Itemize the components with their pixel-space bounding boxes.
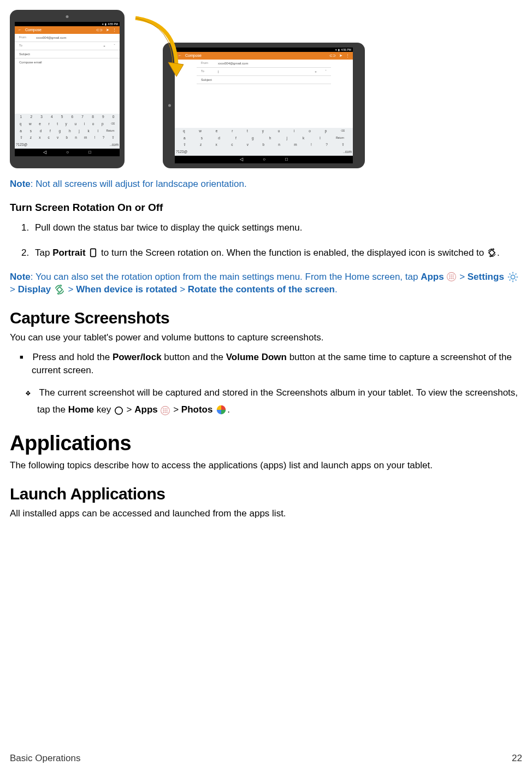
heading-applications: Applications bbox=[10, 429, 522, 457]
kbd-num-row: 1234567890 bbox=[15, 114, 120, 121]
recent-nav-icon: □ bbox=[88, 150, 91, 156]
note-settings-path: Note: You can also set the rotation opti… bbox=[10, 271, 522, 296]
svg-point-6 bbox=[450, 275, 451, 276]
svg-point-33 bbox=[165, 410, 166, 411]
footer-page-number: 22 bbox=[512, 752, 522, 765]
svg-marker-25 bbox=[61, 284, 62, 287]
svg-marker-4 bbox=[489, 255, 490, 258]
svg-rect-24 bbox=[57, 287, 62, 292]
tablet-portrait: ▾▮4:55 PM ← Compose ⊂⊃ ➤ ⋮ Fromxxxx004@g… bbox=[10, 10, 125, 168]
home-key-icon bbox=[114, 404, 124, 415]
capture-step: Press and hold the Power/lock button and… bbox=[32, 351, 522, 378]
svg-line-21 bbox=[515, 279, 516, 280]
heading-launch-applications: Launch Applications bbox=[10, 483, 522, 505]
applications-intro: The following topics describe how to acc… bbox=[10, 460, 522, 472]
svg-marker-26 bbox=[57, 292, 58, 295]
svg-point-9 bbox=[450, 276, 451, 278]
screenshot-illustration: ▾▮4:55 PM ← Compose ⊂⊃ ➤ ⋮ Fromxxxx004@g… bbox=[10, 10, 522, 168]
svg-point-32 bbox=[163, 410, 164, 411]
status-time: 4:55 PM bbox=[108, 22, 118, 26]
svg-point-29 bbox=[163, 409, 164, 410]
capture-sublist: The current screenshot will be captured … bbox=[26, 384, 522, 419]
svg-marker-0 bbox=[168, 62, 184, 76]
svg-point-31 bbox=[167, 409, 168, 410]
appbar-title: Compose bbox=[25, 27, 42, 32]
svg-marker-3 bbox=[493, 248, 494, 251]
svg-line-20 bbox=[509, 273, 510, 274]
home-nav-icon: ○ bbox=[66, 150, 69, 156]
svg-point-27 bbox=[115, 407, 122, 414]
svg-point-36 bbox=[165, 412, 166, 413]
portrait-lock-icon bbox=[88, 248, 98, 258]
svg-point-12 bbox=[450, 278, 451, 279]
footer-section: Basic Operations bbox=[10, 752, 80, 765]
svg-point-35 bbox=[163, 412, 164, 413]
heading-turn-rotation: Turn Screen Rotation On or Off bbox=[10, 201, 522, 215]
apps-icon bbox=[446, 272, 457, 282]
svg-point-14 bbox=[453, 278, 454, 279]
svg-line-23 bbox=[515, 273, 516, 274]
auto-rotate-icon bbox=[487, 248, 497, 258]
photos-pinwheel-icon bbox=[215, 404, 227, 416]
note-orientation: Note: Not all screens will adjust for la… bbox=[10, 178, 522, 191]
back-nav-icon: ◁ bbox=[43, 150, 46, 156]
page-footer: Basic Operations 22 bbox=[10, 752, 522, 765]
settings-gear-icon bbox=[507, 271, 519, 283]
capture-storage-note: The current screenshot will be captured … bbox=[37, 384, 522, 419]
attach-icon: ⊂⊃ bbox=[96, 27, 103, 32]
svg-point-10 bbox=[451, 276, 452, 278]
svg-point-15 bbox=[511, 275, 515, 279]
svg-rect-2 bbox=[489, 250, 495, 256]
apps-icon bbox=[160, 404, 170, 415]
svg-point-8 bbox=[453, 275, 454, 276]
svg-point-13 bbox=[451, 278, 452, 279]
send-icon: ➤ bbox=[106, 27, 109, 32]
svg-line-22 bbox=[509, 279, 510, 280]
svg-point-30 bbox=[165, 409, 166, 410]
heading-capture-screenshots: Capture Screenshots bbox=[10, 307, 522, 329]
capture-list: Press and hold the Power/lock button and… bbox=[21, 351, 522, 378]
step-1: Pull down the status bar twice to displa… bbox=[32, 220, 522, 236]
tablet-landscape: ▾▮4:56 PM ← Compose ⊂⊃➤⋮ Fromxxxx004@gma… bbox=[163, 43, 365, 168]
svg-point-11 bbox=[453, 276, 454, 278]
back-icon: ← bbox=[18, 27, 22, 32]
svg-point-7 bbox=[451, 275, 452, 276]
rotation-arrow-icon bbox=[125, 15, 190, 78]
svg-point-37 bbox=[167, 412, 168, 413]
rotation-steps-list: Pull down the status bar twice to displa… bbox=[21, 220, 522, 262]
capture-intro: You can use your tablet's power and volu… bbox=[10, 332, 522, 344]
svg-point-34 bbox=[167, 410, 168, 411]
overflow-icon: ⋮ bbox=[113, 27, 116, 32]
step-2: Tap Portrait to turn the Screen rotation… bbox=[32, 245, 522, 261]
launch-intro: All installed apps can be accessed and l… bbox=[10, 508, 522, 520]
svg-rect-1 bbox=[91, 249, 96, 257]
display-rotate-icon bbox=[54, 284, 66, 296]
